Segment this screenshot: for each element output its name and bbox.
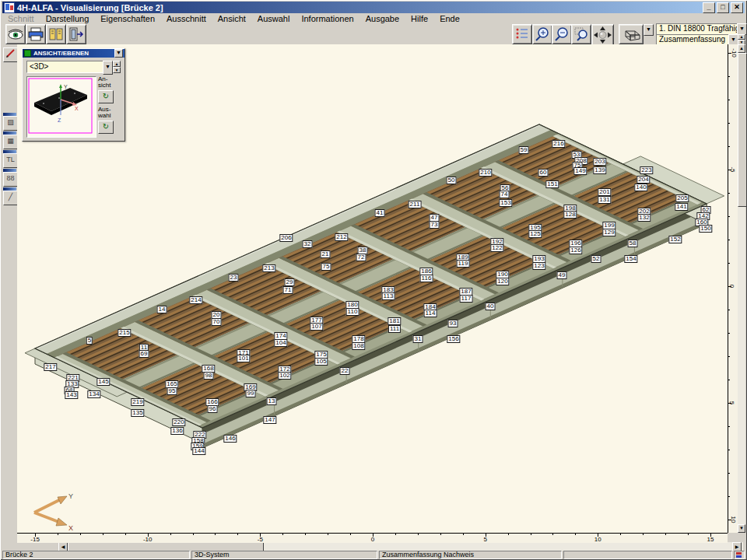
menu-ansicht[interactable]: Ansicht — [218, 14, 246, 23]
text-display-button[interactable]: TL — [3, 153, 18, 168]
panel-icon — [24, 50, 31, 57]
ruler-tick — [80, 534, 81, 535]
menu-eigenschaften[interactable]: Eigenschaften — [100, 14, 155, 23]
ergebnis-spinner[interactable]: ▲ ▼ — [738, 34, 745, 44]
scroll-up-icon[interactable]: ▲ — [738, 44, 745, 53]
element-label: 22 — [340, 367, 350, 375]
ruler-tick — [620, 534, 621, 535]
legend-button[interactable] — [512, 24, 532, 44]
element-label: 223 — [640, 166, 653, 174]
print-button[interactable] — [26, 24, 46, 44]
element-label: 52 — [591, 255, 601, 263]
zoom-in-button[interactable] — [532, 24, 552, 44]
element-label: 214 — [189, 296, 202, 304]
edit-pen-button[interactable] — [3, 47, 18, 62]
element-label: 31 — [413, 335, 423, 343]
ruler-label: 10 — [594, 536, 601, 543]
title-bar[interactable]: 4H-ALFA - Visualisierung [Brücke 2] _ □ … — [2, 2, 745, 13]
element-label: 70 — [212, 318, 222, 326]
zoom-out-button[interactable] — [552, 24, 572, 44]
ruler-tick — [728, 123, 730, 124]
element-label: 13 — [267, 397, 277, 405]
ansicht-ebenen-panel[interactable]: ANSICHT/EBENEN ▼ <3D> ▼ ▲▼ — [22, 48, 125, 142]
element-label: 98 — [204, 372, 214, 380]
ruler-tick — [170, 534, 171, 535]
menu-ausschnitt[interactable]: Ausschnitt — [167, 14, 206, 23]
element-label: 114 — [424, 310, 437, 317]
ruler-tick — [125, 534, 126, 535]
coordinate-axes-icon: Y X — [23, 489, 101, 533]
vertical-ruler: -10-50510 — [728, 44, 738, 533]
left-toolbar: ▨ ▦ TL 88 ╱ — [2, 44, 18, 551]
element-label: 201 — [598, 188, 611, 196]
menu-ende[interactable]: Ende — [440, 14, 460, 23]
canvas[interactable]: 2165960210505320875149223203139204140205… — [17, 44, 728, 533]
element-label: 58 — [628, 240, 638, 247]
minimize-button[interactable]: _ — [703, 2, 715, 13]
ruler-tick — [282, 534, 283, 535]
view-spinner[interactable]: ▲▼ — [113, 61, 121, 73]
nachweis-combobox[interactable]: 1. DIN 18800 Tragfähigkeit (Th — [656, 23, 741, 35]
menu-informationen[interactable]: Informationen — [301, 14, 353, 23]
element-label: 21 — [321, 250, 331, 258]
status-indicator-icon — [734, 551, 745, 559]
measure-button[interactable]: ╱ — [3, 191, 18, 205]
vertical-scroll-thumb[interactable] — [738, 53, 747, 207]
ruler-tick — [728, 76, 730, 77]
view-combobox[interactable]: <3D> — [26, 61, 105, 73]
close-button[interactable]: ✕ — [731, 2, 743, 13]
app-icon — [4, 2, 15, 13]
view-dropdown[interactable]: ▼ — [103, 61, 113, 75]
element-label: 147 — [263, 416, 276, 424]
ruler-tick — [440, 534, 441, 535]
ansicht-label: An-sicht — [98, 76, 117, 89]
ruler-label: -5 — [729, 166, 736, 172]
ruler-label: 5 — [728, 401, 735, 404]
element-label: 206 — [279, 234, 293, 242]
menu-auswahl[interactable]: Auswahl — [258, 14, 290, 23]
ruler-tick — [728, 100, 730, 100]
hatch-display-button[interactable]: ▨ — [3, 116, 18, 131]
auswahl-apply-button[interactable]: ↻ — [98, 121, 114, 134]
element-label: 146 — [223, 435, 237, 443]
ruler-tick — [728, 380, 730, 380]
element-label: 113 — [382, 292, 395, 300]
view-3d-button[interactable] — [619, 24, 644, 44]
element-label: 29 — [285, 278, 295, 286]
menu-hilfe[interactable]: Hilfe — [411, 14, 428, 23]
exit-button[interactable] — [66, 24, 86, 44]
ruler-tick — [58, 534, 58, 535]
pan-control[interactable] — [591, 24, 614, 46]
preview-axis-y: Y — [64, 84, 68, 89]
ansicht-apply-button[interactable]: ↻ — [98, 90, 114, 103]
view-3d-dropdown[interactable]: ▼ — [644, 24, 654, 36]
values-display-button[interactable]: 88 — [3, 172, 18, 187]
spinner-up-icon[interactable]: ▲ — [738, 34, 745, 40]
menu-ausgabe[interactable]: Ausgabe — [366, 14, 399, 23]
element-label: 72 — [356, 254, 366, 261]
ruler-tick — [575, 534, 576, 535]
zoom-window-button[interactable] — [571, 24, 591, 44]
element-label: 117 — [460, 295, 473, 303]
element-label: 131 — [598, 196, 611, 204]
ruler-label: 5 — [483, 536, 486, 543]
element-label: 204 — [637, 176, 650, 184]
maximize-button[interactable]: □ — [717, 2, 729, 13]
view-eye-button[interactable] — [5, 24, 26, 44]
mesh-display-button[interactable]: ▦ — [3, 135, 18, 149]
protocol-button[interactable] — [46, 24, 66, 44]
auswahl-label: Aus-wahl — [98, 107, 117, 119]
view-preview[interactable]: Y X Z — [26, 76, 96, 138]
element-label: 219 — [131, 398, 144, 406]
nachweis-dropdown[interactable]: ▼ — [737, 23, 747, 35]
menu-darstellung[interactable]: Darstellung — [46, 14, 89, 23]
scroll-down-icon[interactable]: ▼ — [738, 524, 745, 533]
panel-close-icon[interactable]: ▼ — [114, 49, 123, 58]
ruler-tick — [728, 496, 730, 497]
element-label: 122 — [490, 244, 503, 252]
ruler-tick — [395, 534, 396, 535]
legend-icon — [514, 27, 530, 41]
panel-title-bar[interactable]: ANSICHT/EBENEN ▼ — [23, 49, 124, 58]
element-label: 108 — [352, 342, 365, 350]
vertical-scrollbar[interactable]: ▲ ▼ — [738, 44, 745, 533]
